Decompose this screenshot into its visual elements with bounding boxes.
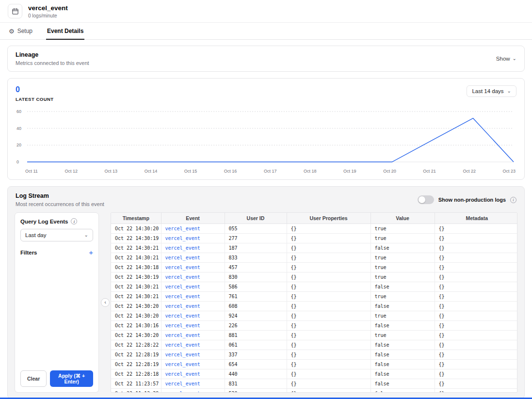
event-link[interactable]: vercel_event	[165, 333, 200, 338]
y-axis-tick: 0	[16, 160, 19, 164]
event-link[interactable]: vercel_event	[165, 236, 200, 241]
event-link[interactable]: vercel_event	[165, 303, 200, 309]
cell-event: vercel_event	[161, 389, 225, 393]
main-content: Lineage Metrics connected to this event …	[0, 40, 532, 399]
latest-count-card: 0 LATEST COUNT Last 14 days ⌄ 0204060 Oc…	[7, 78, 525, 180]
log-stream-title: Log Stream	[16, 192, 104, 199]
x-axis-tick: Oct 16	[224, 169, 237, 174]
clear-button[interactable]: Clear	[20, 370, 47, 387]
cell-user-id: 187	[225, 243, 287, 253]
lineage-title: Lineage	[16, 51, 89, 58]
collapse-icon: ‹	[104, 299, 106, 305]
non-production-toggle-label: Show non-production logs	[438, 197, 506, 203]
line-chart-svg: 0204060	[16, 108, 516, 167]
cell-user-properties: {}	[287, 350, 371, 360]
event-link[interactable]: vercel_event	[165, 226, 200, 231]
event-link[interactable]: vercel_event	[165, 352, 200, 357]
x-axis-tick: Oct 23	[502, 169, 516, 174]
non-production-toggle[interactable]	[418, 195, 434, 204]
cell-metadata: {}	[435, 253, 517, 263]
event-link[interactable]: vercel_event	[165, 313, 200, 319]
event-link[interactable]: vercel_event	[165, 284, 200, 289]
x-axis-tick: Oct 21	[423, 169, 436, 174]
event-link[interactable]: vercel_event	[165, 274, 200, 280]
page-title: vercel_event	[28, 4, 68, 12]
table-row: Oct 22 11:23:57 vercel_event 831 {} fals…	[111, 379, 517, 389]
cell-user-properties: {}	[287, 360, 371, 369]
column-header-value: Value	[371, 213, 435, 224]
cell-user-properties: {}	[287, 369, 371, 379]
event-link[interactable]: vercel_event	[165, 342, 200, 348]
collapse-panel-button[interactable]: ‹	[101, 298, 110, 307]
cell-timestamp: Oct 22 11:12:39	[111, 389, 161, 393]
cell-event: vercel_event	[161, 263, 225, 272]
toggle-knob	[419, 196, 425, 203]
cell-metadata: {}	[435, 340, 517, 350]
cell-timestamp: Oct 22 12:28:18	[111, 369, 161, 379]
cell-metadata: {}	[435, 331, 517, 340]
cell-value: false	[371, 369, 435, 379]
cell-user-id: 440	[225, 369, 287, 379]
event-link[interactable]: vercel_event	[165, 245, 200, 251]
date-range-selector[interactable]: Last 14 days ⌄	[467, 85, 516, 97]
time-range-select[interactable]: Last day ⌄	[20, 229, 93, 241]
filters-row: Filters +	[20, 249, 93, 256]
cell-value: false	[371, 350, 435, 360]
event-link[interactable]: vercel_event	[165, 381, 200, 386]
latest-count-value: 0	[16, 85, 54, 94]
table-row: Oct 22 14:30:20 vercel_event 055 {} true…	[111, 224, 517, 234]
table-row: Oct 22 14:30:21 vercel_event 187 {} fals…	[111, 243, 517, 253]
add-filter-button[interactable]: +	[89, 249, 93, 256]
table-row: Oct 22 12:28:19 vercel_event 654 {} fals…	[111, 360, 517, 369]
cell-event: vercel_event	[161, 302, 225, 311]
lineage-show-label: Show	[496, 56, 510, 62]
apply-button[interactable]: Apply (⌘ + Enter)	[50, 370, 93, 387]
query-log-events-panel: Query Log Events i Last day ⌄ Filters + …	[15, 212, 99, 393]
chevron-down-icon: ⌄	[507, 89, 511, 94]
log-stream-text: Log Stream Most recent occurrences of th…	[16, 192, 104, 207]
query-panel-header: Query Log Events i	[20, 218, 93, 224]
event-link[interactable]: vercel_event	[165, 265, 200, 270]
cell-user-id: 457	[225, 263, 287, 272]
app-header: vercel_event 0 logs/minute	[0, 0, 532, 23]
cell-timestamp: Oct 22 14:30:20	[111, 311, 161, 321]
x-axis-tick: Oct 22	[463, 169, 476, 174]
cell-user-properties: {}	[287, 321, 371, 331]
cell-timestamp: Oct 22 12:28:19	[111, 360, 161, 369]
event-link[interactable]: vercel_event	[165, 255, 200, 260]
cell-user-properties: {}	[287, 302, 371, 311]
cell-user-id: 055	[225, 224, 287, 234]
event-link[interactable]: vercel_event	[165, 371, 200, 377]
chart-header: 0 LATEST COUNT Last 14 days ⌄	[16, 85, 516, 102]
event-link[interactable]: vercel_event	[165, 323, 200, 328]
event-icon	[8, 4, 22, 18]
lineage-text: Lineage Metrics connected to this event	[16, 51, 89, 66]
x-axis-tick: Oct 19	[343, 169, 356, 174]
info-icon[interactable]: i	[510, 197, 516, 203]
info-icon[interactable]: i	[71, 218, 77, 224]
cell-event: vercel_event	[161, 311, 225, 321]
cell-user-properties: {}	[287, 263, 371, 272]
cell-value: true	[371, 234, 435, 243]
cell-event: vercel_event	[161, 340, 225, 350]
cell-metadata: {}	[435, 282, 517, 292]
cell-value: true	[371, 253, 435, 263]
cell-timestamp: Oct 22 14:30:18	[111, 263, 161, 272]
cell-value: false	[371, 360, 435, 369]
lineage-show-button[interactable]: Show ⌄	[496, 56, 516, 62]
cell-user-properties: {}	[287, 234, 371, 243]
cell-value: false	[371, 340, 435, 350]
event-link[interactable]: vercel_event	[165, 294, 200, 299]
tab-setup[interactable]: ⚙ Setup	[8, 23, 33, 40]
cell-timestamp: Oct 22 11:23:57	[111, 379, 161, 389]
cell-timestamp: Oct 22 14:30:21	[111, 282, 161, 292]
cell-user-properties: {}	[287, 292, 371, 302]
table-row: Oct 22 14:30:21 vercel_event 586 {} fals…	[111, 282, 517, 292]
event-link[interactable]: vercel_event	[165, 362, 200, 367]
cell-user-id: 061	[225, 340, 287, 350]
cell-user-properties: {}	[287, 389, 371, 393]
tab-event-details[interactable]: Event Details	[46, 23, 84, 40]
x-axis-tick: Oct 12	[64, 169, 78, 174]
cell-user-id: 833	[225, 253, 287, 263]
event-link[interactable]: vercel_event	[165, 391, 200, 393]
